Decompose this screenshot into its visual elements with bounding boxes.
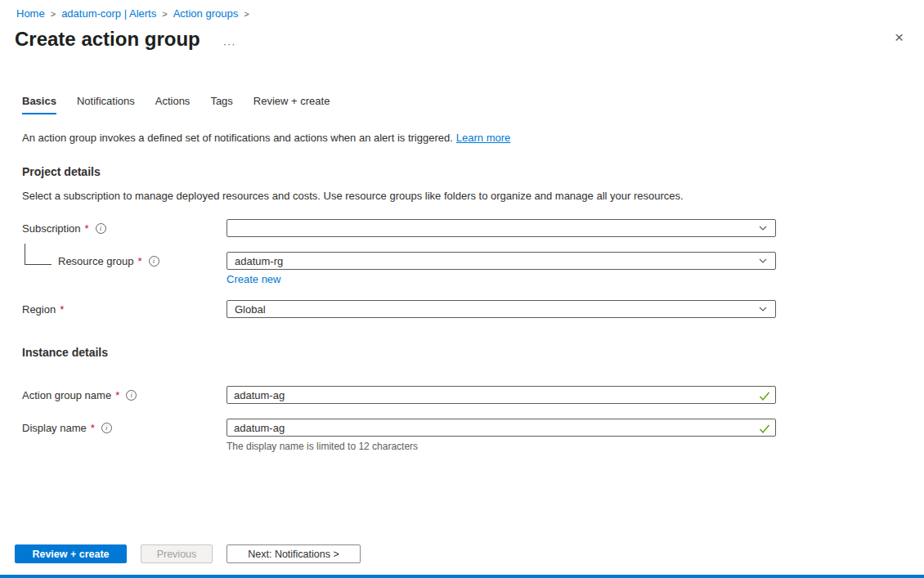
tab-tags[interactable]: Tags	[210, 95, 232, 114]
learn-more-link[interactable]: Learn more	[456, 132, 510, 144]
action-group-name-input[interactable]	[227, 386, 776, 404]
project-details-heading: Project details	[22, 165, 924, 178]
basics-tab-content: An action group invokes a defined set of…	[0, 132, 924, 452]
chevron-down-icon	[758, 256, 768, 266]
action-group-name-label: Action group name * i	[22, 389, 227, 401]
region-value: Global	[235, 303, 266, 316]
resource-group-label: Resource group * i	[22, 255, 227, 267]
instance-details-heading: Instance details	[22, 346, 924, 359]
action-group-name-input-cell	[227, 386, 776, 404]
breadcrumb-chevron-icon: >	[162, 9, 167, 19]
info-icon[interactable]: i	[101, 423, 112, 433]
close-icon[interactable]: ×	[895, 29, 904, 45]
resource-group-input-cell: adatum-rg	[227, 252, 776, 270]
wizard-footer: Review + create Previous Next: Notificat…	[15, 544, 361, 563]
region-dropdown[interactable]: Global	[227, 300, 776, 318]
tab-basics[interactable]: Basics	[22, 95, 56, 114]
required-asterisk: *	[60, 303, 64, 316]
display-name-input[interactable]	[227, 419, 776, 437]
action-group-name-row: Action group name * i	[22, 386, 924, 404]
info-icon[interactable]: i	[149, 256, 159, 267]
previous-button[interactable]: Previous	[141, 544, 213, 563]
project-details-form: Subscription * i Resource group * i	[22, 219, 924, 318]
create-new-link[interactable]: Create new	[227, 273, 280, 285]
region-label: Region *	[22, 303, 227, 316]
wizard-tabs: Basics Notifications Actions Tags Review…	[22, 95, 924, 114]
chevron-down-icon	[758, 223, 768, 233]
breadcrumb: Home > adatum-corp | Alerts > Action gro…	[0, 0, 924, 20]
breadcrumb-action-groups-link[interactable]: Action groups	[173, 7, 239, 20]
review-create-button[interactable]: Review + create	[15, 544, 127, 563]
tab-notifications[interactable]: Notifications	[77, 95, 135, 114]
display-name-helper-text: The display name is limited to 12 charac…	[227, 441, 924, 452]
required-asterisk: *	[85, 222, 89, 235]
page-title: Create action group	[15, 28, 200, 51]
titlebar: Create action group ··· ×	[0, 20, 924, 51]
action-group-name-label-text: Action group name	[22, 389, 111, 401]
required-asterisk: *	[115, 389, 119, 401]
display-name-label-text: Display name	[22, 422, 87, 434]
subscription-dropdown[interactable]	[227, 219, 776, 237]
subscription-label: Subscription * i	[22, 222, 227, 235]
resource-group-dropdown[interactable]: adatum-rg	[227, 252, 776, 270]
resource-group-label-text: Resource group	[58, 255, 134, 267]
display-name-row: Display name * i	[22, 419, 924, 437]
breadcrumb-chevron-icon: >	[51, 9, 56, 19]
required-asterisk: *	[138, 255, 142, 267]
region-row: Region * Global	[22, 300, 924, 318]
region-label-text: Region	[22, 303, 56, 316]
tab-review-create[interactable]: Review + create	[253, 95, 330, 114]
subscription-label-text: Subscription	[22, 222, 81, 235]
tree-connector-line	[25, 244, 52, 265]
instance-details-form: Action group name * i Display name * i	[22, 386, 924, 452]
breadcrumb-alerts-link[interactable]: adatum-corp | Alerts	[61, 7, 156, 20]
resource-group-value: adatum-rg	[235, 255, 283, 267]
required-asterisk: *	[91, 422, 95, 434]
subscription-input-cell	[227, 219, 776, 237]
display-name-label: Display name * i	[22, 422, 227, 434]
display-name-input-cell	[227, 419, 776, 437]
more-menu-icon[interactable]: ···	[223, 38, 236, 50]
breadcrumb-home-link[interactable]: Home	[16, 7, 45, 20]
create-new-row: Create new	[227, 273, 924, 285]
info-icon[interactable]: i	[96, 223, 106, 234]
bottom-accent-bar	[0, 575, 924, 578]
intro-sentence: An action group invokes a defined set of…	[22, 132, 453, 144]
region-input-cell: Global	[227, 300, 776, 318]
project-details-description: Select a subscription to manage deployed…	[22, 190, 924, 202]
subscription-row: Subscription * i	[22, 219, 924, 237]
tab-actions[interactable]: Actions	[155, 95, 191, 114]
intro-text: An action group invokes a defined set of…	[22, 132, 924, 144]
resource-group-row: Resource group * i adatum-rg	[22, 252, 924, 270]
info-icon[interactable]: i	[126, 390, 137, 401]
next-notifications-button[interactable]: Next: Notifications >	[227, 544, 361, 563]
breadcrumb-chevron-icon: >	[244, 9, 249, 19]
chevron-down-icon	[758, 304, 768, 314]
